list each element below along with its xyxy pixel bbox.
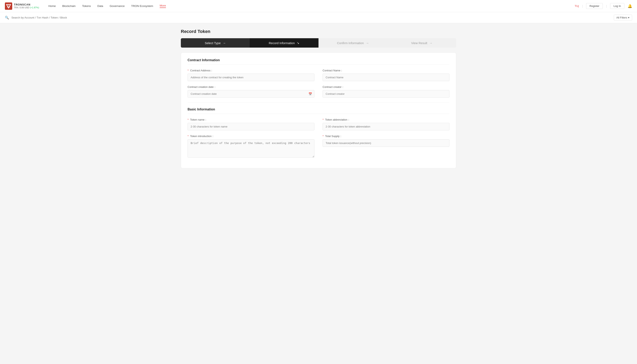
contract-name-label: Contract Name： xyxy=(323,69,450,72)
contract-name-input[interactable] xyxy=(323,74,450,81)
step-select-type-arrow: → xyxy=(223,41,226,45)
step-view-result-label: View Result xyxy=(411,41,427,45)
contract-address-group: * Contract Address： xyxy=(187,69,314,81)
token-intro-label: * Token introduction： xyxy=(187,134,314,138)
contract-address-required: * xyxy=(187,69,188,72)
nav-tron-ecosystem[interactable]: TRON Ecosystem xyxy=(128,3,156,9)
contract-name-group: Contract Name： xyxy=(323,69,450,81)
brand-logo-link[interactable]: TRONSCAN TRX: 0.06 USD (+1.87%) xyxy=(5,2,39,10)
basic-section-title: Basic Information xyxy=(187,108,450,114)
total-supply-required: * xyxy=(323,134,324,138)
brand-name: TRONSCAN xyxy=(14,3,39,6)
contract-section-title: Contract Information xyxy=(187,58,450,65)
nav-divider-2: | xyxy=(606,4,607,8)
step-confirm-info-arrow: → xyxy=(366,41,369,45)
step-select-type: Select Type → xyxy=(181,38,250,48)
nav-home[interactable]: Home xyxy=(46,3,59,9)
search-icon: 🔍 xyxy=(5,16,9,20)
contract-creation-date-group: Contract creation date： 📅 xyxy=(187,85,314,98)
tronscan-logo xyxy=(5,2,12,10)
contract-creator-label: Contract creator： xyxy=(323,85,450,89)
navbar-right: TUj | Register | Log In 🔔 xyxy=(575,3,632,9)
navbar: TRONSCAN TRX: 0.06 USD (+1.87%) Home Blo… xyxy=(0,0,637,12)
token-abbreviation-group: * Token abbreviation： xyxy=(323,118,450,130)
brand-price: TRX: 0.06 USD (+1.87%) xyxy=(14,6,39,9)
total-supply-label: * Total Supply： xyxy=(323,134,450,138)
token-intro-required: * xyxy=(187,134,188,138)
step-record-info-arrow: ↘ xyxy=(297,41,299,45)
nav-more[interactable]: More xyxy=(157,2,169,10)
main-content: Record Token Select Type → Record Inform… xyxy=(176,23,461,174)
step-confirm-info: Confirm Information → xyxy=(318,38,387,48)
step-view-result-arrow: → xyxy=(429,41,432,45)
login-button[interactable]: Log In xyxy=(610,3,624,9)
stepper: Select Type → Record Information ↘ Confi… xyxy=(181,38,456,48)
contract-creation-date-wrapper: 📅 xyxy=(187,90,314,98)
token-abbreviation-label: * Token abbreviation： xyxy=(323,118,450,122)
chevron-down-icon: ▾ xyxy=(628,16,629,19)
contract-info-grid: * Contract Address： Contract Name： Contr… xyxy=(187,69,450,98)
step-select-type-label: Select Type xyxy=(205,41,221,45)
nav-blockchain[interactable]: Blockchain xyxy=(60,3,78,9)
all-filters-button[interactable]: All Filters ▾ xyxy=(614,15,632,20)
notification-icon[interactable]: 🔔 xyxy=(628,4,632,8)
step-confirm-info-label: Confirm Information xyxy=(337,41,364,45)
total-supply-input[interactable] xyxy=(323,139,450,147)
contract-creation-date-label: Contract creation date： xyxy=(187,85,314,89)
user-avatar[interactable]: TUj xyxy=(575,4,579,8)
step-view-result: View Result → xyxy=(387,38,456,48)
register-button[interactable]: Register xyxy=(586,3,603,9)
form-card: Contract Information * Contract Address：… xyxy=(181,52,456,168)
nav-links: Home Blockchain Tokens Data Governance T… xyxy=(46,2,575,10)
contract-creator-group: Contract creator： xyxy=(323,85,450,98)
token-name-group: * Token name： xyxy=(187,118,314,130)
nav-divider: | xyxy=(582,4,583,8)
contract-address-input[interactable] xyxy=(187,74,314,81)
step-record-info-label: Record Information xyxy=(269,41,295,45)
token-name-input[interactable] xyxy=(187,123,314,130)
token-abbreviation-input[interactable] xyxy=(323,123,450,130)
section-divider xyxy=(187,102,450,103)
contract-creator-input[interactable] xyxy=(323,90,450,98)
basic-info-grid: * Token name： * Token abbreviation： * To… xyxy=(187,118,450,158)
step-record-info: Record Information ↘ xyxy=(250,38,318,48)
nav-data[interactable]: Data xyxy=(95,3,106,9)
token-name-label: * Token name： xyxy=(187,118,314,122)
total-supply-group: * Total Supply： xyxy=(323,134,450,158)
search-bar: 🔍 All Filters ▾ xyxy=(0,12,637,23)
token-intro-textarea[interactable] xyxy=(187,139,314,158)
contract-creation-date-input[interactable] xyxy=(187,90,314,98)
nav-governance[interactable]: Governance xyxy=(107,3,127,9)
contract-address-label: * Contract Address： xyxy=(187,69,314,72)
token-name-required: * xyxy=(187,118,188,121)
page-title: Record Token xyxy=(181,29,456,34)
token-abbreviation-required: * xyxy=(323,118,324,121)
token-intro-group: * Token introduction： xyxy=(187,134,314,158)
search-input[interactable] xyxy=(12,16,611,19)
nav-tokens[interactable]: Tokens xyxy=(79,3,94,9)
